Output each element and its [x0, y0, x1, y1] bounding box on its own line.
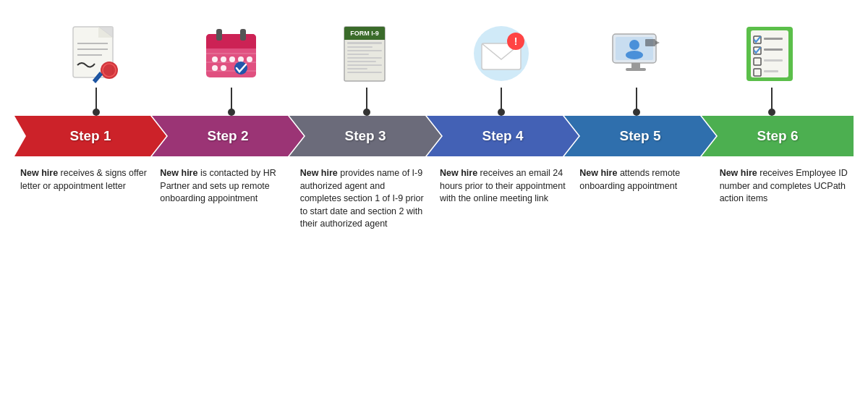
- svg-rect-14: [240, 29, 246, 41]
- step-5-desc-bold: New hire: [579, 168, 617, 178]
- step-3-icon-wrapper: FORM I-9: [309, 21, 425, 116]
- step-2-arrow: Step 2: [152, 116, 304, 156]
- svg-point-21: [238, 56, 244, 62]
- svg-rect-36: [347, 64, 382, 66]
- step-4-icon: !: [469, 21, 534, 86]
- step-3-arrow: Step 3: [289, 116, 441, 156]
- step-2-desc-bold: New hire: [160, 168, 197, 178]
- svg-point-20: [229, 56, 235, 62]
- svg-rect-60: [764, 70, 778, 72]
- svg-text:FORM I-9: FORM I-9: [350, 30, 379, 37]
- step-3-desc-bold: New hire: [300, 168, 338, 178]
- svg-rect-54: [764, 38, 783, 40]
- descriptions-row: New hire receives & signs offer letter o…: [0, 164, 868, 234]
- step-5-connector: [636, 88, 637, 109]
- step-6-description: New hire receives Employee ID number and…: [714, 164, 854, 234]
- svg-marker-50: [655, 41, 660, 45]
- step-1-icon: [64, 21, 129, 86]
- svg-point-24: [221, 65, 226, 71]
- step-3-icon: FORM I-9: [334, 21, 399, 86]
- step-2-icon: [199, 21, 264, 86]
- svg-rect-38: [347, 72, 382, 73]
- step-4-description: New hire receives an email 24 hours prio…: [434, 164, 574, 234]
- step-1-label: Step 1: [69, 128, 111, 144]
- step-2-label: Step 2: [207, 128, 248, 144]
- step-2-connector: [231, 88, 232, 109]
- step-3-dot: [363, 109, 370, 116]
- step-4-dot: [498, 109, 505, 116]
- svg-rect-58: [764, 59, 783, 62]
- svg-point-18: [212, 56, 218, 62]
- diagram-container: FORM I-9: [0, 0, 868, 393]
- svg-rect-48: [626, 68, 646, 71]
- svg-point-23: [212, 65, 218, 71]
- svg-rect-31: [347, 46, 373, 48]
- step-4-connector: [501, 88, 502, 109]
- svg-rect-47: [631, 63, 640, 69]
- step-6-connector: [771, 88, 773, 109]
- step-4-desc-bold: New hire: [440, 168, 477, 178]
- step-6-arrow: Step 6: [702, 116, 854, 156]
- step-1-description: New hire receives & signs offer letter o…: [14, 164, 154, 234]
- step-1-arrow: Step 1: [14, 116, 166, 156]
- svg-rect-30: [347, 42, 382, 44]
- step-4-icon-wrapper: !: [443, 21, 559, 116]
- step-5-dot: [633, 109, 640, 116]
- svg-rect-56: [764, 48, 783, 51]
- step-5-arrow: Step 5: [564, 116, 716, 156]
- step-6-label: Step 6: [757, 128, 798, 144]
- step-6-icon: [739, 21, 804, 86]
- step-1-icon-wrapper: [38, 21, 154, 116]
- svg-point-46: [626, 51, 643, 59]
- step-5-label: Step 5: [619, 128, 660, 144]
- svg-rect-12: [206, 43, 256, 48]
- step-4-label: Step 4: [482, 128, 523, 144]
- step-6-icon-wrapper: [714, 21, 830, 116]
- svg-point-22: [247, 56, 252, 62]
- step-1-desc-bold: New hire: [20, 168, 58, 178]
- step-3-connector: [366, 88, 367, 109]
- svg-rect-34: [347, 57, 382, 59]
- svg-rect-32: [347, 50, 382, 51]
- svg-point-45: [629, 40, 639, 50]
- icons-row: FORM I-9: [0, 0, 868, 116]
- step-1-connector: [95, 88, 97, 109]
- svg-rect-33: [347, 54, 369, 55]
- step-5-description: New hire attends remote onboarding appoi…: [574, 164, 713, 234]
- step-3-label: Step 3: [344, 128, 386, 144]
- svg-text:!: !: [514, 35, 517, 47]
- step-3-description: New hire provides name of I-9 authorized…: [294, 164, 434, 234]
- svg-rect-37: [347, 68, 367, 69]
- svg-point-19: [221, 56, 226, 62]
- step-4-arrow: Step 4: [427, 116, 579, 156]
- svg-rect-49: [645, 39, 655, 46]
- step-2-icon-wrapper: [174, 21, 289, 116]
- step-6-dot: [768, 109, 775, 116]
- step-2-dot: [228, 109, 235, 116]
- step-2-description: New hire is contacted by HR Partner and …: [154, 164, 294, 234]
- svg-rect-35: [347, 61, 376, 62]
- steps-row: Step 1 Step 2 Step 3 Step 4 Step 5 Step …: [0, 116, 868, 156]
- step-1-dot: [93, 109, 100, 116]
- step-6-desc-bold: New hire: [720, 168, 757, 178]
- step-5-icon: [604, 21, 669, 86]
- svg-rect-13: [216, 29, 222, 41]
- step-5-icon-wrapper: [579, 21, 694, 116]
